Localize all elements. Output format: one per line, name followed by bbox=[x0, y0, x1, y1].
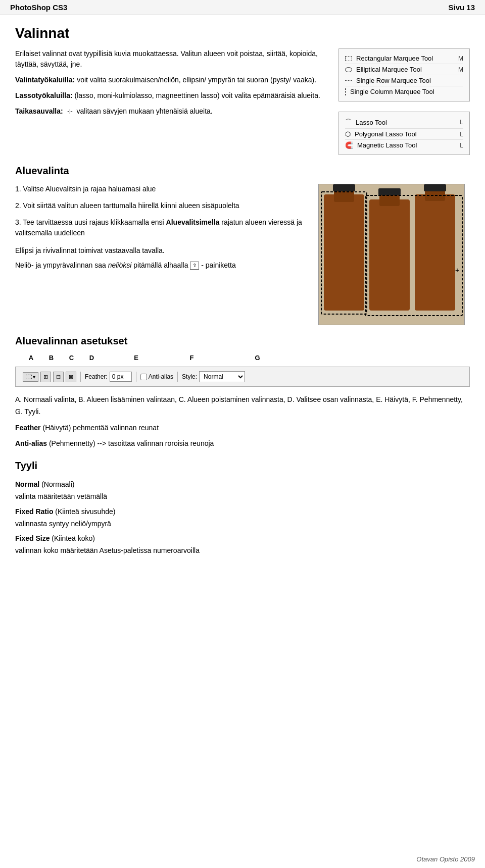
magnetic-lasso-label: Magnetic Lasso Tool bbox=[357, 141, 417, 149]
steps-list: 1. Valitse Aluevalitsin ja rajaa haluama… bbox=[15, 184, 308, 238]
tools-section: Erilaiset valinnat ovat tyypillisiä kuvi… bbox=[15, 48, 470, 155]
page-number: Sivu 13 bbox=[448, 3, 475, 12]
app-title: PhotoShop CS3 bbox=[10, 3, 67, 12]
intro-text-block: Erilaiset valinnat ovat tyypillisiä kuvi… bbox=[15, 48, 323, 155]
asetukset-toolbar: ▾ ⊞ ⊟ ⊠ Feather: Anti-alias bbox=[15, 367, 470, 387]
rect-marquee-label: Rectangular Marquee Tool bbox=[356, 55, 433, 62]
tyyli-body: Normal (Normaali) valinta määritetään ve… bbox=[15, 479, 470, 557]
extra2-before: Neliö- ja ympyrävalinnan saa bbox=[15, 261, 108, 269]
lasso-shortcut: L bbox=[460, 119, 463, 126]
ellipse-marquee-icon bbox=[345, 67, 352, 72]
marquee-tools-menu: Rectangular Marquee Tool M Elliptical Ma… bbox=[338, 48, 470, 101]
label-g: G bbox=[237, 354, 278, 362]
aluevalinta-image: + bbox=[318, 184, 470, 325]
step-1-num: 1. bbox=[15, 185, 21, 193]
intro-para2: Valintatyökaluilla: voit valita suorakul… bbox=[15, 75, 323, 85]
ellipse-marquee-label: Elliptical Marquee Tool bbox=[356, 66, 422, 73]
intro-para4: Taikasauvalla: ⊹ valitaan sävyjen mukaan… bbox=[15, 106, 323, 117]
antialias-desc: Anti-alias (Pehmennetty) --> tasoittaa v… bbox=[15, 438, 470, 450]
step-3-num: 3. bbox=[15, 218, 21, 226]
tool-row-magnetic: 🧲 Magnetic Lasso Tool L bbox=[345, 140, 463, 150]
normal-select-icon bbox=[26, 375, 32, 379]
svg-rect-3 bbox=[333, 184, 355, 191]
toolbar-btn-a[interactable]: ▾ bbox=[23, 372, 38, 382]
label-e: E bbox=[116, 354, 157, 362]
tool-row-lasso: ⌒ Lasso Tool L bbox=[345, 116, 463, 129]
tools-menus: Rectangular Marquee Tool M Elliptical Ma… bbox=[338, 48, 470, 155]
dropdown-arrow-icon: ▾ bbox=[33, 374, 35, 380]
svg-rect-6 bbox=[378, 188, 401, 195]
magnetic-icon: 🧲 bbox=[345, 141, 353, 149]
tool-row-singlecol: Single Column Marquee Tool bbox=[345, 86, 463, 97]
rect-marquee-shortcut: M bbox=[458, 55, 463, 62]
svg-rect-4 bbox=[369, 199, 410, 311]
polygonal-lasso-label: Polygonal Lasso Tool bbox=[355, 130, 417, 138]
step-2-num: 2. bbox=[15, 201, 21, 210]
footer: Otavan Opisto 2009 bbox=[416, 855, 475, 863]
step-3-text: Tee tarvittaessa uusi rajaus klikkaamall… bbox=[23, 218, 166, 226]
normal-desc-line: Normal (Normaali) valinta määritetään ve… bbox=[15, 479, 470, 503]
svg-rect-7 bbox=[415, 194, 455, 311]
magic-wand-icon: ⊹ bbox=[67, 108, 73, 115]
antialias-checkbox-label[interactable]: Anti-alias bbox=[140, 373, 173, 380]
asetukset-desc: A. Normaali valinta, B. Alueen lisäämine… bbox=[15, 394, 470, 418]
single-col-icon bbox=[345, 88, 346, 95]
bottles-svg: + bbox=[319, 184, 465, 325]
extra2-bold: neliöksi bbox=[108, 261, 132, 269]
feather-label: Feather: bbox=[85, 372, 132, 382]
lasso-tools-menu: ⌒ Lasso Tool L ⬡ Polygonal Lasso Tool L … bbox=[338, 112, 470, 155]
tool-row-polygonal: ⬡ Polygonal Lasso Tool L bbox=[345, 129, 463, 140]
tool-row-rect: Rectangular Marquee Tool M bbox=[345, 53, 463, 64]
toolbar-labels: A B C D E F G bbox=[15, 354, 470, 362]
svg-text:+: + bbox=[455, 266, 459, 274]
label-d: D bbox=[83, 354, 101, 362]
page-content: Valinnat Erilaiset valinnat ovat tyypill… bbox=[0, 15, 485, 577]
bottles-image: + bbox=[318, 184, 465, 325]
step-3-bold: Aluevalitsimella bbox=[166, 218, 220, 226]
style-select[interactable]: Normal Fixed Ratio Fixed Size bbox=[199, 371, 245, 382]
add-selection-icon: ⊞ bbox=[43, 374, 48, 380]
footer-text: Otavan Opisto 2009 bbox=[416, 855, 475, 863]
step-1-text: Valitse Aluevalitsin ja rajaa haluamasi … bbox=[23, 185, 156, 193]
tool-row-ellipse: Elliptical Marquee Tool M bbox=[345, 64, 463, 75]
feather-input[interactable] bbox=[110, 372, 132, 382]
extra-para-2: Neliö- ja ympyrävalinnan saa neliöksi pi… bbox=[15, 260, 308, 271]
toolbar-btn-d[interactable]: ⊠ bbox=[66, 372, 76, 382]
fixed-ratio-desc-line: Fixed Ratio (Kiinteä sivusuhde) valinnas… bbox=[15, 506, 470, 530]
shift-icon: ⇧ bbox=[190, 262, 199, 270]
label-b: B bbox=[42, 354, 61, 362]
feather-desc: Feather (Häivytä) pehmentää valinnan reu… bbox=[15, 422, 470, 434]
toolbar-separator-2 bbox=[136, 372, 136, 382]
toolbar-separator-3 bbox=[177, 372, 178, 382]
lasso-label: Lasso Tool bbox=[356, 119, 387, 126]
magnetic-shortcut: L bbox=[460, 142, 463, 149]
polygonal-icon: ⬡ bbox=[345, 130, 351, 138]
step-2-text: Voit siirtää valitun alueen tarttumalla … bbox=[23, 201, 239, 210]
tyyli-section: Tyyli Normal (Normaali) valinta määritet… bbox=[15, 460, 470, 557]
intersect-selection-icon: ⊠ bbox=[69, 374, 73, 380]
main-title: Valinnat bbox=[15, 25, 470, 41]
step-1: 1. Valitse Aluevalitsin ja rajaa haluama… bbox=[15, 184, 308, 194]
single-col-label: Single Column Marquee Tool bbox=[350, 88, 434, 95]
step-3: 3. Tee tarvittaessa uusi rajaus klikkaam… bbox=[15, 217, 308, 238]
ellipse-marquee-shortcut: M bbox=[458, 66, 463, 73]
step-2: 2. Voit siirtää valitun alueen tarttumal… bbox=[15, 200, 308, 211]
single-row-label: Single Row Marquee Tool bbox=[356, 77, 431, 84]
antialias-checkbox[interactable] bbox=[140, 374, 147, 380]
label-c: C bbox=[63, 354, 81, 362]
toolbar-btn-b[interactable]: ⊞ bbox=[40, 372, 51, 382]
extra2-after: - painiketta bbox=[201, 261, 235, 269]
polygonal-shortcut: L bbox=[460, 131, 463, 138]
aluevalinta-steps: 1. Valitse Aluevalitsin ja rajaa haluama… bbox=[15, 184, 308, 325]
toolbar-btn-c[interactable]: ⊟ bbox=[53, 372, 64, 382]
aluevalinta-heading: Aluevalinta bbox=[15, 165, 470, 177]
lasso-icon: ⌒ bbox=[345, 118, 352, 127]
toolbar-separator-1 bbox=[80, 372, 81, 382]
intro-para1: Erilaiset valinnat ovat tyypillisiä kuvi… bbox=[15, 48, 323, 70]
style-label: Style: bbox=[182, 373, 197, 380]
subtract-selection-icon: ⊟ bbox=[56, 374, 61, 380]
fixed-size-desc-line: Fixed Size (Kiinteä koko) valinnan koko … bbox=[15, 533, 470, 557]
extra2-middle: pitämällä alhaalla bbox=[131, 261, 190, 269]
rect-marquee-icon bbox=[345, 56, 352, 61]
svg-rect-1 bbox=[324, 194, 364, 311]
